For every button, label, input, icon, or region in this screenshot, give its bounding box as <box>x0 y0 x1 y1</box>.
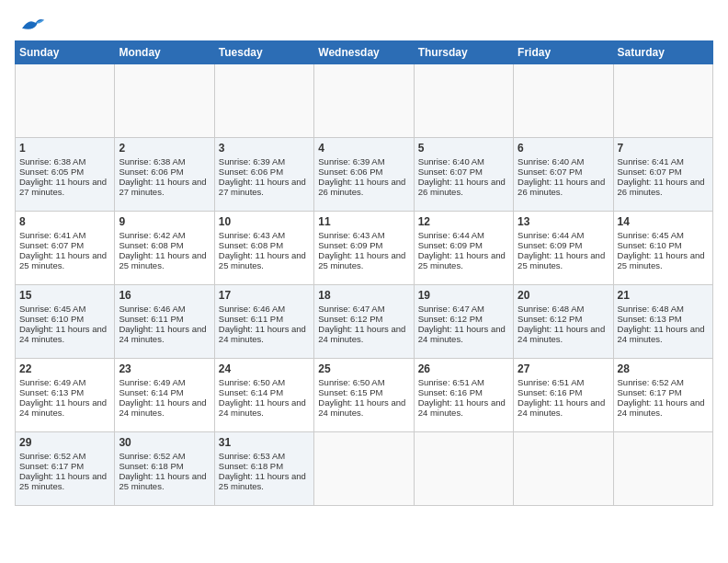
day-number: 6 <box>518 142 609 155</box>
sunrise-text: Sunrise: 6:49 AM <box>119 377 185 387</box>
calendar-cell: 14Sunrise: 6:45 AMSunset: 6:10 PMDayligh… <box>613 212 712 285</box>
calendar-cell: 17Sunrise: 6:46 AMSunset: 6:11 PMDayligh… <box>214 285 313 359</box>
sunset-text: Sunset: 6:07 PM <box>418 167 483 177</box>
sunset-text: Sunset: 6:09 PM <box>418 240 483 250</box>
calendar-cell: 15Sunrise: 6:45 AMSunset: 6:10 PMDayligh… <box>16 285 115 359</box>
sunrise-text: Sunrise: 6:42 AM <box>119 230 185 240</box>
sunset-text: Sunset: 6:10 PM <box>19 314 84 324</box>
sunrise-text: Sunrise: 6:40 AM <box>418 156 484 167</box>
calendar-cell: 25Sunrise: 6:50 AMSunset: 6:15 PMDayligh… <box>314 359 414 432</box>
sunrise-text: Sunrise: 6:47 AM <box>318 304 384 314</box>
sunset-text: Sunset: 6:12 PM <box>318 314 382 324</box>
calendar-cell <box>16 64 115 138</box>
daylight-text: Daylight: 11 hours and 24 minutes. <box>119 397 206 418</box>
calendar-week-row: 29Sunrise: 6:52 AMSunset: 6:17 PMDayligh… <box>16 432 713 506</box>
daylight-text: Daylight: 11 hours and 24 minutes. <box>19 324 107 344</box>
daylight-text: Daylight: 11 hours and 25 minutes. <box>418 250 506 270</box>
sunset-text: Sunset: 6:10 PM <box>618 240 682 250</box>
calendar-cell: 23Sunrise: 6:49 AMSunset: 6:14 PMDayligh… <box>115 359 214 432</box>
sunrise-text: Sunrise: 6:39 AM <box>219 156 285 167</box>
calendar-week-row: 1Sunrise: 6:38 AMSunset: 6:05 PMDaylight… <box>16 138 713 212</box>
calendar-cell: 11Sunrise: 6:43 AMSunset: 6:09 PMDayligh… <box>314 212 414 285</box>
sunset-text: Sunset: 6:08 PM <box>119 240 183 250</box>
calendar-cell <box>214 64 313 138</box>
calendar-cell: 10Sunrise: 6:43 AMSunset: 6:08 PMDayligh… <box>214 212 313 285</box>
sunset-text: Sunset: 6:18 PM <box>119 461 183 471</box>
sunset-text: Sunset: 6:14 PM <box>219 387 283 397</box>
sunrise-text: Sunrise: 6:47 AM <box>418 304 484 314</box>
daylight-text: Daylight: 11 hours and 25 minutes. <box>19 471 107 491</box>
sunset-text: Sunset: 6:07 PM <box>618 167 682 177</box>
day-number: 1 <box>19 142 110 155</box>
calendar-cell: 12Sunrise: 6:44 AMSunset: 6:09 PMDayligh… <box>414 212 513 285</box>
calendar-cell: 21Sunrise: 6:48 AMSunset: 6:13 PMDayligh… <box>613 285 712 359</box>
sunset-text: Sunset: 6:09 PM <box>318 240 382 250</box>
sunrise-text: Sunrise: 6:41 AM <box>618 156 684 167</box>
sunset-text: Sunset: 6:11 PM <box>119 314 183 324</box>
daylight-text: Daylight: 11 hours and 24 minutes. <box>318 397 405 418</box>
calendar-cell: 22Sunrise: 6:49 AMSunset: 6:13 PMDayligh… <box>16 359 115 432</box>
daylight-text: Daylight: 11 hours and 24 minutes. <box>618 397 705 418</box>
sunrise-text: Sunrise: 6:51 AM <box>418 377 484 387</box>
calendar-week-row: 8Sunrise: 6:41 AMSunset: 6:07 PMDaylight… <box>16 212 713 285</box>
sunrise-text: Sunrise: 6:38 AM <box>119 156 185 167</box>
sunrise-text: Sunrise: 6:43 AM <box>318 230 384 240</box>
day-number: 10 <box>219 215 310 228</box>
calendar-cell: 26Sunrise: 6:51 AMSunset: 6:16 PMDayligh… <box>414 359 513 432</box>
sunset-text: Sunset: 6:06 PM <box>219 167 283 177</box>
day-number: 25 <box>318 362 409 375</box>
sunrise-text: Sunrise: 6:44 AM <box>518 230 584 240</box>
day-header-wednesday: Wednesday <box>314 41 414 64</box>
calendar-week-row: 22Sunrise: 6:49 AMSunset: 6:13 PMDayligh… <box>16 359 713 432</box>
sunrise-text: Sunrise: 6:38 AM <box>19 156 85 167</box>
sunset-text: Sunset: 6:05 PM <box>19 167 84 177</box>
header <box>15 15 713 35</box>
day-number: 17 <box>219 289 310 302</box>
sunrise-text: Sunrise: 6:43 AM <box>219 230 285 240</box>
day-number: 3 <box>219 142 310 155</box>
daylight-text: Daylight: 11 hours and 24 minutes. <box>219 324 306 344</box>
daylight-text: Daylight: 11 hours and 24 minutes. <box>219 397 306 418</box>
daylight-text: Daylight: 11 hours and 27 minutes. <box>19 177 107 197</box>
day-header-monday: Monday <box>115 41 214 64</box>
day-number: 28 <box>618 362 709 375</box>
calendar-cell <box>314 432 414 506</box>
sunrise-text: Sunrise: 6:49 AM <box>19 377 85 387</box>
day-header-saturday: Saturday <box>613 41 712 64</box>
daylight-text: Daylight: 11 hours and 26 minutes. <box>418 177 506 197</box>
daylight-text: Daylight: 11 hours and 24 minutes. <box>119 324 206 344</box>
calendar-table: SundayMondayTuesdayWednesdayThursdayFrid… <box>15 40 713 506</box>
sunset-text: Sunset: 6:18 PM <box>219 461 283 471</box>
calendar-cell: 4Sunrise: 6:39 AMSunset: 6:06 PMDaylight… <box>314 138 414 212</box>
sunset-text: Sunset: 6:06 PM <box>318 167 382 177</box>
sunrise-text: Sunrise: 6:45 AM <box>618 230 684 240</box>
calendar-cell: 9Sunrise: 6:42 AMSunset: 6:08 PMDaylight… <box>115 212 214 285</box>
daylight-text: Daylight: 11 hours and 26 minutes. <box>518 177 605 197</box>
daylight-text: Daylight: 11 hours and 25 minutes. <box>318 250 405 270</box>
calendar-cell: 13Sunrise: 6:44 AMSunset: 6:09 PMDayligh… <box>514 212 613 285</box>
sunrise-text: Sunrise: 6:52 AM <box>19 451 85 461</box>
calendar-cell: 24Sunrise: 6:50 AMSunset: 6:14 PMDayligh… <box>214 359 313 432</box>
daylight-text: Daylight: 11 hours and 24 minutes. <box>618 324 705 344</box>
sunset-text: Sunset: 6:13 PM <box>19 387 84 397</box>
daylight-text: Daylight: 11 hours and 25 minutes. <box>219 471 306 491</box>
daylight-text: Daylight: 11 hours and 24 minutes. <box>19 397 107 418</box>
sunrise-text: Sunrise: 6:48 AM <box>518 304 584 314</box>
day-header-friday: Friday <box>514 41 613 64</box>
calendar-cell <box>414 432 513 506</box>
daylight-text: Daylight: 11 hours and 26 minutes. <box>618 177 705 197</box>
day-number: 31 <box>219 436 310 449</box>
sunset-text: Sunset: 6:06 PM <box>119 167 183 177</box>
day-header-sunday: Sunday <box>16 41 115 64</box>
calendar-week-row <box>16 64 713 138</box>
page: SundayMondayTuesdayWednesdayThursdayFrid… <box>0 0 728 515</box>
daylight-text: Daylight: 11 hours and 25 minutes. <box>19 250 107 270</box>
sunrise-text: Sunrise: 6:46 AM <box>119 304 185 314</box>
calendar-cell: 16Sunrise: 6:46 AMSunset: 6:11 PMDayligh… <box>115 285 214 359</box>
day-number: 15 <box>19 289 110 302</box>
day-number: 21 <box>618 289 709 302</box>
sunrise-text: Sunrise: 6:44 AM <box>418 230 484 240</box>
sunset-text: Sunset: 6:12 PM <box>518 314 582 324</box>
daylight-text: Daylight: 11 hours and 25 minutes. <box>618 250 705 270</box>
calendar-cell: 31Sunrise: 6:53 AMSunset: 6:18 PMDayligh… <box>214 432 313 506</box>
